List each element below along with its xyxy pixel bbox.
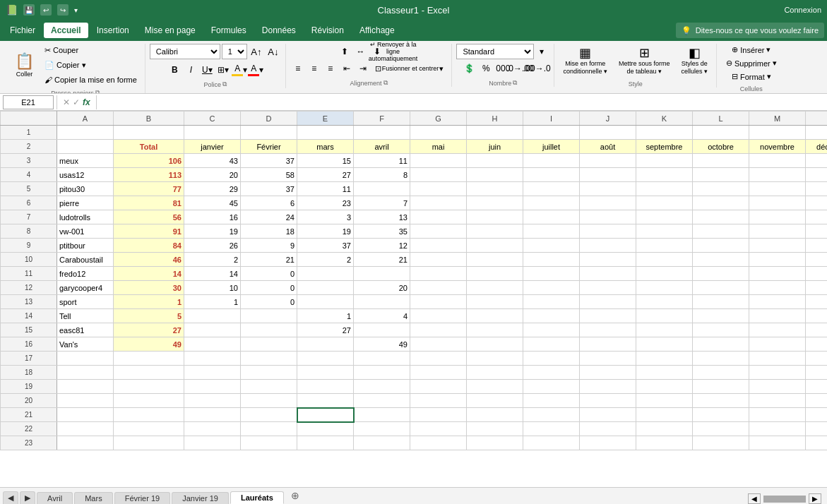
cell-g8[interactable] [410,224,467,239]
cell-g4[interactable] [410,168,467,182]
alignment-expand-icon[interactable]: ⧉ [383,79,388,87]
number-expand-btn[interactable]: ▾ [534,44,549,59]
cell-k14[interactable] [636,309,693,323]
cell-a10[interactable]: Caraboustail [57,253,114,267]
cell-c1[interactable] [184,126,241,140]
cell-j10[interactable] [580,253,636,267]
cell-c2[interactable]: janvier [184,140,241,154]
col-header-f[interactable]: F [354,112,410,126]
save-title-btn[interactable]: 💾 [23,4,35,16]
cancel-formula-icon[interactable]: ✕ [63,97,70,107]
cell-k12[interactable] [636,281,693,295]
cell-i7[interactable] [523,210,580,224]
cell-c12[interactable]: 10 [184,281,241,295]
row-num-19[interactable]: 19 [1,380,57,394]
number-format-select[interactable]: Standard [456,44,534,59]
cell-l11[interactable] [693,267,749,281]
col-header-m[interactable]: M [749,112,806,126]
insert-function-icon[interactable]: fx [83,97,90,107]
cell-c11[interactable]: 14 [184,267,241,281]
clipboard-expand-icon[interactable]: ⧉ [95,89,100,94]
cell-k15[interactable] [636,323,693,337]
underline-btn[interactable]: U▾ [199,62,215,78]
cell-k8[interactable] [636,224,693,239]
cell-b9[interactable]: 84 [114,239,184,253]
cell-i12[interactable] [523,281,580,295]
bold-btn[interactable]: B [167,62,182,78]
cell-a23[interactable] [57,436,114,450]
col-header-n[interactable]: N [806,112,828,126]
cell-a12[interactable]: garycooper4 [57,281,114,295]
cell-k11[interactable] [636,267,693,281]
cell-c3[interactable]: 43 [184,154,241,168]
paste-btn[interactable]: 📋 Coller [10,49,39,80]
cell-a5[interactable]: pitou30 [57,182,114,196]
undo-title-btn[interactable]: ↩ [40,4,52,16]
cell-a1[interactable] [57,126,114,140]
cell-m10[interactable] [749,253,806,267]
cell-j15[interactable] [580,323,636,337]
cell-m16[interactable] [749,337,806,352]
cell-h9[interactable] [467,239,523,253]
row-num-3[interactable]: 3 [1,154,57,168]
cell-i4[interactable] [523,168,580,182]
font-increase-btn[interactable]: A↑ [249,44,264,59]
scroll-left-icon[interactable]: ◀ [748,493,761,504]
cell-j6[interactable] [580,196,636,210]
cell-b3[interactable]: 106 [114,154,184,168]
cell-l3[interactable] [693,154,749,168]
cell-styles-btn[interactable]: ◧ Styles de cellules ▾ [677,44,712,78]
menu-mise-en-page[interactable]: Mise en page [138,23,203,38]
cell-e16[interactable] [297,337,354,352]
cell-d13[interactable]: 0 [241,295,297,309]
col-header-k[interactable]: K [636,112,693,126]
cell-g7[interactable] [410,210,467,224]
cell-j8[interactable] [580,224,636,239]
cell-b15[interactable]: 27 [114,323,184,337]
cell-f1[interactable] [354,126,410,140]
row-num-9[interactable]: 9 [1,239,57,253]
row-num-7[interactable]: 7 [1,210,57,224]
scroll-thumb[interactable] [763,496,806,503]
cell-k6[interactable] [636,196,693,210]
cell-l16[interactable] [693,337,749,352]
connection-btn[interactable]: Connexion [784,6,821,14]
cell-n7[interactable] [806,210,828,224]
cell-l4[interactable] [693,168,749,182]
cell-k7[interactable] [636,210,693,224]
cell-m3[interactable] [749,154,806,168]
row-num-13[interactable]: 13 [1,295,57,309]
row-num-5[interactable]: 5 [1,182,57,196]
cell-a16[interactable]: Van's [57,337,114,352]
cell-m5[interactable] [749,182,806,196]
cell-h12[interactable] [467,281,523,295]
cell-i5[interactable] [523,182,580,196]
cell-l6[interactable] [693,196,749,210]
cell-k10[interactable] [636,253,693,267]
cell-c10[interactable]: 2 [184,253,241,267]
cell-n4[interactable] [806,168,828,182]
cell-e7[interactable]: 3 [297,210,354,224]
cell-n6[interactable] [806,196,828,210]
menu-affichage[interactable]: Affichage [352,23,402,38]
table-format-btn[interactable]: ⊞ Mettre sous forme de tableau ▾ [614,44,674,78]
row-num-10[interactable]: 10 [1,253,57,267]
cell-d6[interactable]: 6 [241,196,297,210]
italic-btn[interactable]: I [183,62,198,78]
font-size-select[interactable]: 11 [222,44,247,59]
fill-color-btn[interactable]: A ▾ [232,62,247,78]
cell-n15[interactable] [806,323,828,337]
cell-i15[interactable] [523,323,580,337]
cell-d16[interactable] [241,337,297,352]
cell-i1[interactable] [523,126,580,140]
col-header-h[interactable]: H [467,112,523,126]
cell-b4[interactable]: 113 [114,168,184,182]
indent-increase-btn[interactable]: ⇥ [355,61,371,76]
align-top-btn[interactable]: ⬆ [337,44,352,59]
copy-btn[interactable]: 📄 Copier ▾ [41,59,141,72]
align-left-btn[interactable]: ≡ [290,61,306,76]
row-num-23[interactable]: 23 [1,436,57,450]
col-header-e[interactable]: E [297,112,354,126]
cell-a20[interactable] [57,394,114,408]
cell-a14[interactable]: Tell [57,309,114,323]
